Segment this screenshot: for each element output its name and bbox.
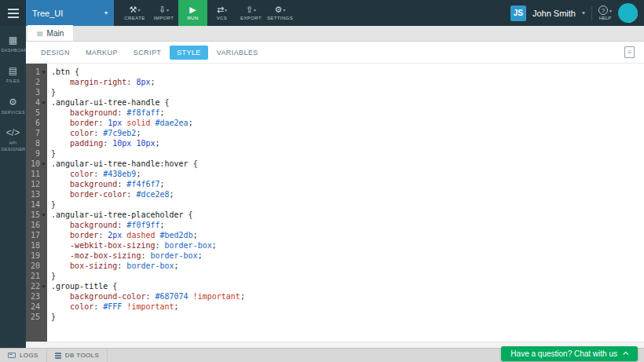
- line-number: 3: [35, 87, 40, 97]
- code-line: .angular-ui-tree-handle {: [51, 97, 644, 108]
- chevron-down-icon: ▾: [225, 7, 227, 13]
- code-line: }: [51, 312, 644, 322]
- code-line: color: #438eb9;: [51, 169, 644, 179]
- subtab-variables[interactable]: VARIABLES: [210, 46, 265, 60]
- line-number: 15: [31, 210, 40, 220]
- code-line: -webkit-box-sizing: border-box;: [51, 240, 644, 250]
- gutter-line: 12: [26, 179, 47, 189]
- code-line: }: [51, 199, 644, 210]
- gutter-line: 6: [26, 118, 47, 128]
- line-number: 17: [31, 230, 40, 240]
- toolbar-item-import[interactable]: ⇩▾IMPORT: [149, 0, 178, 26]
- subtab-markup[interactable]: MARKUP: [79, 46, 125, 60]
- line-number: 6: [35, 118, 40, 128]
- subtab-design[interactable]: DESIGN: [34, 46, 77, 60]
- code-line: color: #FFF !important;: [51, 302, 644, 312]
- fold-toggle-icon[interactable]: ▾: [40, 210, 47, 220]
- header-user-area: JS John Smith ▾ ? ▾ HELP: [510, 0, 644, 26]
- gutter-line: 5: [26, 108, 47, 118]
- line-number: 11: [31, 169, 40, 179]
- sidebar-item-services[interactable]: ⚙SERVICES: [0, 97, 26, 115]
- gutter-line: 9: [26, 148, 47, 159]
- gutter-line: 14: [26, 199, 47, 210]
- top-header: Tree_UI ▾ ⚒▾CREATE⇩▾IMPORT▶RUN⇄▾VCS⇧▾EXP…: [0, 0, 644, 26]
- status-item-label: LOGS: [20, 352, 38, 359]
- status-item-db-tools[interactable]: DB TOOLS: [47, 349, 108, 362]
- toolbar-item-create[interactable]: ⚒▾CREATE: [120, 0, 149, 26]
- toolbar-item-settings[interactable]: ⚙▾SETTINGS: [265, 0, 295, 26]
- gutter-line: 21: [26, 271, 47, 281]
- toolbar-item-run[interactable]: ▶RUN: [178, 0, 207, 26]
- code-area[interactable]: .btn { margin-right: 8px;}.angular-ui-tr…: [47, 64, 644, 342]
- code-line: }: [51, 87, 644, 97]
- sidebar-item-api-designer[interactable]: </>API DESIGNER: [0, 128, 26, 153]
- gutter-line: 2: [26, 77, 47, 87]
- create-icon: ⚒: [130, 5, 137, 14]
- chevron-down-icon: ▾: [166, 7, 169, 13]
- line-number: 20: [31, 261, 40, 271]
- tab-main[interactable]: ▤ Main: [27, 25, 73, 41]
- sidebar-item-dashboard[interactable]: ▦DASHBOARD: [0, 35, 26, 53]
- line-number: 7: [35, 128, 40, 138]
- gutter-line: 7: [26, 128, 47, 138]
- brand-logo: [618, 3, 638, 23]
- avatar[interactable]: JS: [510, 5, 526, 21]
- settings-icon: ⚙: [275, 5, 283, 14]
- format-code-icon[interactable]: ≡: [624, 46, 635, 58]
- toolbar-item-export[interactable]: ⇧▾EXPORT: [236, 0, 265, 26]
- gutter-line: 4▾: [26, 97, 47, 108]
- line-number: 24: [31, 302, 40, 312]
- subtab-script[interactable]: SCRIPT: [126, 46, 168, 60]
- status-item-logs[interactable]: LOGS: [0, 349, 47, 362]
- line-number: 19: [31, 250, 40, 261]
- gutter-line: 24: [26, 302, 47, 312]
- user-menu-chevron-icon[interactable]: ▾: [582, 9, 585, 16]
- code-line: background: #f0f9ff;: [51, 220, 644, 230]
- sidebar-item-files[interactable]: ▤FILES: [0, 66, 26, 84]
- line-number: 8: [35, 138, 40, 148]
- line-number: 2: [35, 77, 40, 87]
- toolbar-item-vcs[interactable]: ⇄▾VCS: [207, 0, 236, 26]
- hamburger-menu-icon[interactable]: [0, 0, 26, 26]
- subtabs: DESIGNMARKUPSCRIPTSTYLEVARIABLES: [34, 46, 265, 60]
- help-button[interactable]: ? ▾ HELP: [598, 5, 612, 20]
- line-number: 9: [35, 148, 40, 159]
- chevron-down-icon: ▾: [104, 9, 108, 16]
- code-line: .angular-ui-tree-handle:hover {: [51, 159, 644, 169]
- gutter-line: 23: [26, 291, 47, 302]
- code-line: .group-title {: [51, 281, 644, 291]
- user-name: John Smith: [532, 9, 576, 18]
- toolbar-item-label: RUN: [187, 16, 198, 20]
- sidebar-item-label: SERVICES: [2, 109, 25, 115]
- dashboard-icon: ▦: [9, 35, 17, 45]
- line-number: 25: [31, 312, 40, 322]
- chevron-down-icon: ▾: [609, 8, 612, 13]
- gutter-line: 16: [26, 220, 47, 230]
- toolbar-item-label: CREATE: [124, 16, 145, 20]
- fold-toggle-icon[interactable]: ▾: [40, 281, 47, 291]
- line-number: 12: [31, 179, 40, 189]
- gutter-line: 19: [26, 250, 47, 261]
- subtab-style[interactable]: STYLE: [170, 46, 208, 60]
- sidebar-item-label: FILES: [6, 78, 20, 84]
- project-select[interactable]: Tree_UI ▾: [26, 0, 114, 26]
- chevron-up-icon: [623, 352, 628, 357]
- fold-toggle-icon[interactable]: ▾: [40, 159, 47, 169]
- toolbar-item-label: EXPORT: [240, 16, 262, 20]
- gutter-line: 20: [26, 261, 47, 271]
- fold-toggle-icon[interactable]: ▾: [40, 97, 47, 108]
- toolbar-item-label: VCS: [217, 16, 228, 20]
- gutter-line: 22▾: [26, 281, 47, 291]
- chat-widget[interactable]: Have a question? Chat with us: [501, 346, 638, 361]
- code-editor: 1▾234▾5678910▾1112131415▾16171819202122▾…: [26, 64, 644, 342]
- code-line: background-color: #687074 !important;: [51, 291, 644, 302]
- gutter-line: 13: [26, 189, 47, 199]
- gutter-line: 10▾: [26, 159, 47, 169]
- code-line: }: [51, 271, 644, 281]
- editor-mode-bar: DESIGNMARKUPSCRIPTSTYLEVARIABLES ≡: [26, 42, 644, 64]
- import-icon: ⇩: [159, 5, 166, 14]
- gutter-line: 15▾: [26, 210, 47, 220]
- code-line: border-color: #dce2e8;: [51, 189, 644, 199]
- run-icon: ▶: [189, 5, 196, 14]
- fold-toggle-icon[interactable]: ▾: [40, 67, 47, 77]
